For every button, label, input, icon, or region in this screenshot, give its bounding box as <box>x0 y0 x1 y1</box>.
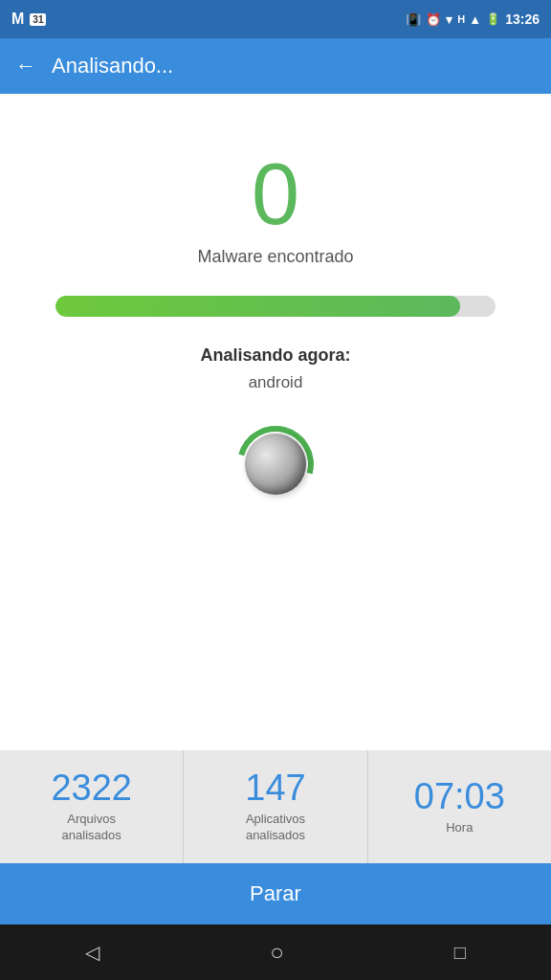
status-bar-right: 📳 ⏰ ▾ H ▲ 🔋 13:26 <box>406 11 540 27</box>
apps-count: 147 <box>245 769 305 806</box>
top-bar: ← Analisando... <box>0 38 551 94</box>
back-button[interactable]: ← <box>15 54 36 78</box>
time-display: 13:26 <box>505 11 540 27</box>
files-count: 2322 <box>51 769 132 806</box>
battery-icon: 🔋 <box>486 12 500 26</box>
signal-icon: ▲ <box>469 12 481 27</box>
time-count: 07:03 <box>414 778 505 814</box>
status-bar-left: M 31 <box>11 11 46 28</box>
malware-count: 0 <box>252 151 299 237</box>
nav-home-button[interactable]: ○ <box>270 939 284 966</box>
scanning-icon <box>232 421 319 507</box>
main-content: 0 Malware encontrado Analisando agora: a… <box>0 94 551 750</box>
stat-files: 2322 Arquivosanalisados <box>0 750 184 863</box>
scan-ball <box>245 434 306 495</box>
calendar-icon: 31 <box>30 13 46 26</box>
h-signal-icon: H <box>457 13 464 25</box>
apps-label: Aplicativosanalisados <box>246 812 305 844</box>
nav-recent-button[interactable]: □ <box>454 942 466 964</box>
stop-button[interactable]: Parar <box>0 863 551 924</box>
vibrate-icon: 📳 <box>406 12 421 27</box>
nav-back-button[interactable]: ◁ <box>85 941 99 964</box>
scanning-target: android <box>249 373 303 392</box>
time-label: Hora <box>446 820 473 836</box>
page-title: Analisando... <box>52 54 173 78</box>
scanning-label: Analisando agora: <box>200 345 350 366</box>
status-bar: M 31 📳 ⏰ ▾ H ▲ 🔋 13:26 <box>0 0 551 38</box>
progress-bar-fill <box>55 296 460 317</box>
files-label: Arquivosanalisados <box>62 812 121 844</box>
stats-panel: 2322 Arquivosanalisados 147 Aplicativosa… <box>0 750 551 863</box>
stat-apps: 147 Aplicativosanalisados <box>184 750 367 863</box>
malware-app-icon: M <box>11 11 24 28</box>
progress-bar-container <box>55 296 496 317</box>
malware-label: Malware encontrado <box>197 247 353 267</box>
stat-time: 07:03 Hora <box>368 750 551 863</box>
wifi-icon: ▾ <box>446 12 452 27</box>
alarm-icon: ⏰ <box>426 12 441 27</box>
nav-bar: ◁ ○ □ <box>0 924 551 980</box>
